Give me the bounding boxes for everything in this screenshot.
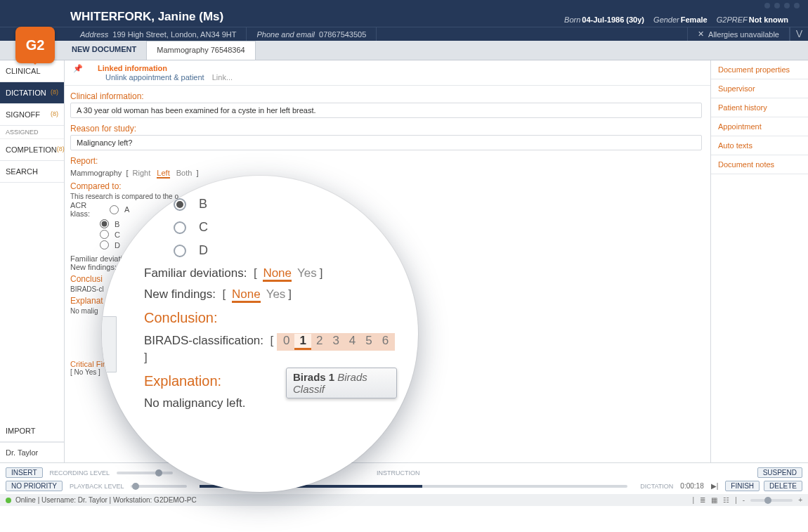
sidebar-user: Dr. Taylor (0, 442, 64, 462)
explanation-value: No malignancy left. (144, 396, 397, 410)
tab-bar: NEW DOCUMENT Mammography 76548364 (0, 41, 808, 60)
familiar-deviations-select[interactable]: Familiar deviations: [ NoneYes] (144, 266, 397, 280)
acr-label: ACR klass: (70, 201, 104, 218)
conclusion-heading: Conclusion: (144, 310, 397, 326)
right-item-appointment[interactable]: Appointment (711, 117, 808, 136)
delete-button[interactable]: DELETE (764, 481, 802, 491)
online-indicator-icon (6, 498, 11, 503)
zoom-slider[interactable] (750, 499, 793, 502)
acr-radio-c-zoom[interactable]: C (174, 220, 397, 235)
birads-tooltip: Birads 1Birads Classif (286, 368, 397, 398)
sidebar-item-dictation[interactable]: DICTATION(8) (0, 82, 64, 104)
acr-option-b[interactable] (100, 219, 109, 228)
allergies-cell: ✕ Allergies unavailable (688, 27, 790, 41)
view-icon-4[interactable]: ☷ (723, 496, 729, 504)
right-item-autotexts[interactable]: Auto texts (711, 136, 808, 155)
acr-option-c[interactable] (100, 230, 109, 239)
view-icon-3[interactable]: ▦ (711, 496, 717, 504)
address-cell: Address199 High Street, London, AN34 9HT (70, 27, 247, 41)
magnifier-overlay: B C D Familiar deviations: [ NoneYes] Ne… (102, 176, 418, 492)
right-item-history[interactable]: Patient history (711, 98, 808, 117)
acr-option-d[interactable] (100, 240, 109, 249)
clinical-info-value[interactable]: A 30 year old woman has been examined fo… (70, 103, 702, 118)
view-icon-2[interactable]: ≣ (700, 496, 705, 504)
view-icon-1[interactable]: | (693, 496, 695, 504)
sidebar-item-completion[interactable]: COMPLETION(8) (0, 139, 64, 161)
playback-level-label: PLAYBACK LEVEL (70, 483, 124, 490)
priority-button[interactable]: NO PRIORITY (6, 481, 63, 491)
unlink-button[interactable]: Unlink appointment & patient (105, 73, 204, 82)
mammography-side-select[interactable]: Mammography [ Right Left Both ] (70, 167, 702, 179)
compared-note: This research is compared to the o (70, 193, 702, 200)
right-item-supervisor[interactable]: Supervisor (711, 79, 808, 98)
linked-bar: 📌 Linked information Unlink appointment … (65, 60, 710, 86)
zoom-in-button[interactable]: + (798, 496, 802, 504)
status-bar: Online | Username: Dr. Taylor | Workstat… (0, 494, 808, 506)
clinical-info-heading: Clinical information: (70, 89, 702, 103)
playback-level-slider[interactable] (131, 485, 187, 488)
right-sidebar: Document properties Supervisor Patient h… (711, 60, 808, 462)
window-controls (0, 0, 808, 10)
sidebar-sub-assigned: ASSIGNED (0, 126, 64, 139)
suspend-button[interactable]: SUSPEND (757, 467, 802, 478)
dictation-label: DICTATION (640, 483, 673, 490)
phone-cell: Phone and email07867543505 (247, 27, 377, 41)
play-next-icon[interactable]: ▶| (711, 482, 719, 490)
document-tab[interactable]: Mammography 76548364 (147, 41, 255, 60)
new-findings-select[interactable]: New findings: [ NoneYes] (144, 287, 397, 301)
patient-name: WHITERFORK, Janine (Ms) (70, 10, 223, 24)
left-sidebar: CLINICAL DICTATION(8) SIGNOFF(8) ASSIGNE… (0, 60, 65, 462)
birads-select[interactable]: BIRADS-classification: [ 0123456 ] (144, 333, 397, 365)
link-more-button[interactable]: Link... (212, 73, 233, 82)
dictation-time: 0:00:18 (680, 482, 703, 490)
sidebar-item-signoff[interactable]: SIGNOFF(8) (0, 104, 64, 126)
right-item-properties[interactable]: Document properties (711, 60, 808, 79)
recording-level-slider[interactable] (117, 472, 173, 474)
new-document-tab[interactable]: NEW DOCUMENT (62, 41, 147, 60)
acr-option-a[interactable] (110, 205, 119, 214)
compared-heading: Compared to: (70, 179, 702, 193)
acr-radio-d-zoom[interactable]: D (174, 243, 397, 258)
sidebar-item-search[interactable]: SEARCH (0, 161, 64, 183)
zoom-out-button[interactable]: - (743, 496, 745, 504)
app-logo: G2 (15, 27, 55, 63)
footer: INSERT RECORDING LEVEL INSTRUCTION SUSPE… (0, 462, 808, 491)
reason-heading: Reason for study: (70, 121, 702, 135)
instruction-label: INSTRUCTION (377, 469, 420, 476)
finish-button[interactable]: FINISH (725, 481, 760, 491)
recording-level-label: RECORDING LEVEL (50, 469, 110, 476)
patient-meta: Born04-Jul-1986 (30y) GenderFemale G2PRE… (564, 15, 795, 24)
pin-icon[interactable]: 📌 (73, 64, 83, 72)
reason-value[interactable]: Malignancy left? (70, 135, 702, 150)
sidebar-item-import[interactable]: IMPORT (0, 420, 64, 442)
right-item-notes[interactable]: Document notes (711, 155, 808, 174)
report-heading: Report: (70, 153, 702, 167)
linked-info-label: Linked information (98, 64, 167, 72)
insert-button[interactable]: INSERT (6, 467, 43, 478)
expand-banner-button[interactable]: ⋁ (790, 27, 808, 41)
